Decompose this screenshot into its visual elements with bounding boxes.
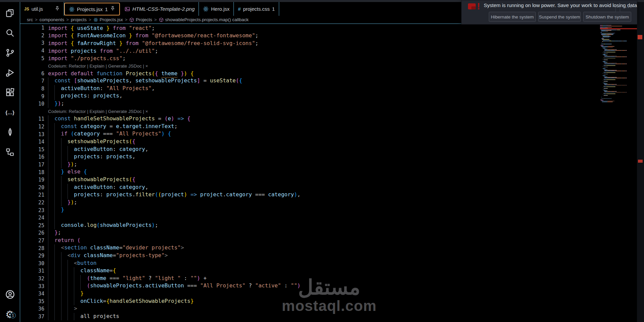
- code-line[interactable]: 12const category = e.target.innerText;: [20, 123, 600, 131]
- code-line[interactable]: 4import projects from "../../util";: [20, 47, 600, 55]
- breadcrumb-item-map-callback[interactable]: showableProjects.projects.map() callback: [159, 17, 249, 22]
- line-number: 10: [20, 101, 48, 107]
- line-number: 13: [20, 131, 48, 137]
- shutdown-button[interactable]: Shutdown the system: [583, 12, 631, 22]
- code-line[interactable]: 14setshowableProjects({: [20, 138, 600, 146]
- code-line[interactable]: 6export default function Projects({ them…: [20, 70, 600, 78]
- code-line[interactable]: 16projects: projects,: [20, 153, 600, 161]
- code-text: activeButton: category,: [48, 146, 148, 154]
- code-text: setshowableProjects({: [48, 138, 135, 146]
- tab-projects-jsx[interactable]: Projects.jsx 1: [64, 3, 120, 15]
- source-control-icon[interactable]: [0, 45, 20, 61]
- code-text: import "./projects.css";: [48, 55, 126, 62]
- search-icon[interactable]: [0, 25, 20, 41]
- suspend-button[interactable]: Suspend the system: [538, 12, 581, 22]
- codeium-codelens[interactable]: Codeium: Refactor | Explain | Generate J…: [48, 108, 148, 116]
- code-text: <div className="projects-type">: [48, 252, 168, 260]
- account-icon[interactable]: [0, 286, 20, 303]
- code-line[interactable]: 3import { faArrowRight } from "@fortawes…: [20, 39, 600, 47]
- settings-gear-icon[interactable]: ⚙ 1: [0, 307, 20, 322]
- code-line[interactable]: 8activeButton: "All Projects",: [20, 85, 600, 93]
- code-line[interactable]: 17});: [20, 161, 600, 169]
- code-line[interactable]: 31className={: [20, 267, 600, 275]
- code-text: <section className="devider projects">: [48, 244, 184, 252]
- line-number: 25: [20, 223, 48, 229]
- code-text: projects: projects.filter((project) => p…: [48, 191, 300, 199]
- code-line[interactable]: 7const [showableProjects, setshowablePro…: [20, 77, 600, 85]
- tab-label: util.js: [32, 6, 43, 12]
- line-number: 23: [20, 207, 48, 213]
- code-line[interactable]: 18} else {: [20, 168, 600, 176]
- tab-html-css-template-png[interactable]: HTML-CSS-Template-2.png: [121, 2, 199, 16]
- line-number: 24: [20, 215, 48, 221]
- code-text: if (category === "All Projects") {: [48, 130, 171, 138]
- code-text: });: [48, 199, 77, 207]
- tab-projects-css[interactable]: # projects.css 1: [234, 2, 279, 16]
- line-number: 34: [20, 291, 48, 297]
- code-line[interactable]: 10});: [20, 100, 600, 108]
- code-line[interactable]: 20activeButton: category,: [20, 184, 600, 192]
- code-line[interactable]: 28<section className="devider projects">: [20, 244, 600, 252]
- breadcrumb-item-src[interactable]: src: [27, 17, 33, 22]
- code-line[interactable]: 33(showableProjects.activeButton === "Al…: [20, 282, 600, 290]
- code-line[interactable]: 27return (: [20, 237, 600, 245]
- pin-icon[interactable]: [55, 6, 60, 12]
- code-line[interactable]: 22});: [20, 199, 600, 207]
- breadcrumb-item-symbol-projects[interactable]: Projects: [129, 17, 152, 22]
- tab-badge: 1: [105, 6, 108, 12]
- code-line[interactable]: 25console.log(showableProjects);: [20, 222, 600, 230]
- tab-hero-jsx[interactable]: Hero.jsx: [199, 2, 234, 16]
- code-text: import { useState } from "react";: [48, 25, 155, 31]
- breadcrumb-item-projects-jsx[interactable]: Projects.jsx: [93, 17, 123, 22]
- code-line[interactable]: 37all projects: [20, 313, 600, 321]
- code-line[interactable]: 19setshowableProjects({: [20, 176, 600, 184]
- code-line[interactable]: 29<div className="projects-type">: [20, 252, 600, 260]
- flow-extension-icon[interactable]: [0, 144, 20, 160]
- run-debug-icon[interactable]: [0, 65, 20, 81]
- code-line[interactable]: 24: [20, 214, 600, 222]
- explorer-icon[interactable]: [0, 5, 20, 21]
- line-number: 21: [20, 192, 48, 198]
- code-text: activeButton: "All Projects",: [48, 85, 155, 93]
- code-line[interactable]: 11const handleSetShowableProjects = (e) …: [20, 115, 600, 123]
- braces-extension-icon[interactable]: {…}: [0, 104, 20, 120]
- code-line[interactable]: 1import { useState } from "react";: [20, 24, 600, 32]
- tab-util-js[interactable]: JS util.js: [20, 2, 64, 16]
- code-line[interactable]: 32(theme === "light" ? "light " : "") +: [20, 275, 600, 283]
- code-line[interactable]: 35onClick={handleSetShowableProjects}: [20, 298, 600, 306]
- codeium-codelens[interactable]: Codeium: Refactor | Explain | Generate J…: [48, 62, 148, 70]
- pin-icon[interactable]: [110, 6, 115, 12]
- code-editor[interactable]: 1import { useState } from "react";2impor…: [20, 24, 600, 322]
- breadcrumb-item-projects[interactable]: projects: [71, 17, 87, 22]
- hibernate-button[interactable]: Hibernate the system: [489, 12, 536, 22]
- code-line[interactable]: 23}: [20, 206, 600, 214]
- code-line[interactable]: 13if (category === "All Projects") {: [20, 130, 600, 138]
- code-line[interactable]: 9projects: projects,: [20, 92, 600, 100]
- breadcrumb-item-components[interactable]: components: [40, 17, 65, 22]
- notification-message: System is running on low power. Save you…: [484, 2, 637, 8]
- line-number: 15: [20, 147, 48, 153]
- line-number: 32: [20, 276, 48, 282]
- minimap[interactable]: [600, 21, 637, 310]
- line-number: 3: [20, 40, 48, 46]
- code-line[interactable]: 15activeButton: category,: [20, 146, 600, 154]
- extensions-icon[interactable]: [0, 84, 20, 100]
- breadcrumb-separator: >: [89, 17, 91, 22]
- code-line[interactable]: 26};: [20, 229, 600, 237]
- mongodb-icon[interactable]: [0, 124, 20, 140]
- line-number: 14: [20, 139, 48, 145]
- code-text: all projects: [48, 313, 119, 321]
- code-line[interactable]: 2import { FontAwesomeIcon } from "@forta…: [20, 32, 600, 40]
- code-line[interactable]: 5import "./projects.css";: [20, 54, 600, 62]
- code-line[interactable]: 21projects: projects.filter((project) =>…: [20, 191, 600, 199]
- more-actions-icon[interactable]: •••: [625, 4, 632, 10]
- code-line[interactable]: 34}: [20, 290, 600, 298]
- code-line[interactable]: 30<button: [20, 260, 600, 268]
- code-line[interactable]: 36>: [20, 305, 600, 313]
- code-text: return (: [48, 237, 80, 245]
- line-number: 37: [20, 314, 48, 320]
- code-text: });: [48, 161, 77, 169]
- code-text: }: [48, 290, 84, 298]
- code-text: const [showableProjects, setshowableProj…: [48, 77, 242, 85]
- overview-error-marker: [638, 160, 643, 163]
